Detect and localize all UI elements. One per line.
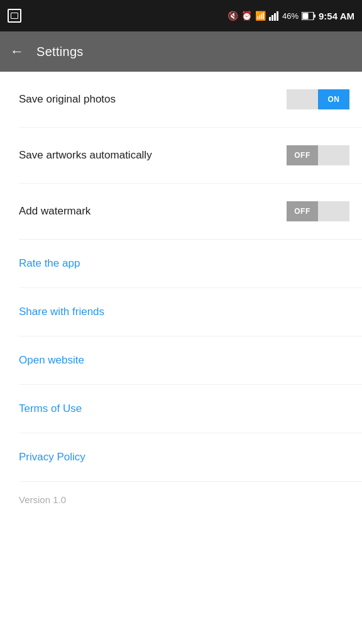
svg-rect-3 bbox=[277, 11, 278, 21]
watermark-label: Add watermark bbox=[19, 204, 287, 218]
svg-rect-0 bbox=[269, 17, 271, 21]
settings-item-terms[interactable]: Terms of Use bbox=[0, 385, 362, 433]
save-artworks-label: Save artworks automatically bbox=[19, 148, 287, 162]
svg-rect-6 bbox=[303, 13, 309, 19]
toggle-knob-off-1: OFF bbox=[287, 145, 318, 165]
status-time: 9:54 AM bbox=[319, 11, 354, 21]
toggle-empty-area bbox=[287, 89, 318, 109]
open-website-label: Open website bbox=[19, 354, 84, 366]
save-original-label: Save original photos bbox=[19, 92, 287, 106]
settings-item-save-artworks: Save artworks automatically OFF bbox=[0, 128, 362, 183]
toolbar: ← Settings bbox=[0, 31, 362, 72]
status-bar: 🔇 ⏰ 📶 46% 9:54 AM bbox=[0, 0, 362, 31]
svg-rect-1 bbox=[272, 15, 273, 21]
status-icons: 🔇 ⏰ 📶 46% 9:54 AM bbox=[228, 11, 354, 21]
status-bar-left bbox=[8, 9, 21, 23]
back-button[interactable]: ← bbox=[10, 43, 24, 60]
settings-item-watermark: Add watermark OFF bbox=[0, 184, 362, 239]
rate-app-label: Rate the app bbox=[19, 257, 80, 269]
battery-icon bbox=[302, 12, 315, 20]
svg-rect-2 bbox=[274, 13, 276, 21]
mute-icon: 🔇 bbox=[228, 11, 238, 21]
alarm-icon: ⏰ bbox=[241, 11, 252, 21]
settings-content: Save original photos ON Save artworks au… bbox=[0, 72, 362, 518]
svg-rect-5 bbox=[314, 14, 316, 18]
toggle-knob-off-2: OFF bbox=[287, 201, 318, 221]
signal-icon bbox=[269, 11, 279, 21]
terms-label: Terms of Use bbox=[19, 402, 82, 414]
settings-item-website[interactable]: Open website bbox=[0, 336, 362, 384]
watermark-toggle[interactable]: OFF bbox=[287, 201, 349, 221]
version-text: Version 1.0 bbox=[19, 494, 66, 505]
settings-item-privacy[interactable]: Privacy Policy bbox=[0, 433, 362, 481]
save-original-toggle[interactable]: ON bbox=[287, 89, 349, 109]
battery-percentage: 46% bbox=[282, 11, 299, 21]
version-container: Version 1.0 bbox=[0, 482, 362, 518]
toggle-empty-area-3 bbox=[318, 201, 349, 221]
settings-item-rate[interactable]: Rate the app bbox=[0, 240, 362, 287]
settings-item-share[interactable]: Share with friends bbox=[0, 288, 362, 336]
toggle-empty-area-2 bbox=[318, 145, 349, 165]
wifi-icon: 📶 bbox=[255, 11, 266, 21]
share-friends-label: Share with friends bbox=[19, 306, 104, 318]
page-title: Settings bbox=[36, 45, 84, 59]
save-artworks-toggle[interactable]: OFF bbox=[287, 145, 349, 165]
settings-item-save-original: Save original photos ON bbox=[0, 72, 362, 127]
toggle-knob-on: ON bbox=[318, 89, 349, 109]
screenshot-icon bbox=[8, 9, 21, 23]
privacy-policy-label: Privacy Policy bbox=[19, 451, 85, 463]
